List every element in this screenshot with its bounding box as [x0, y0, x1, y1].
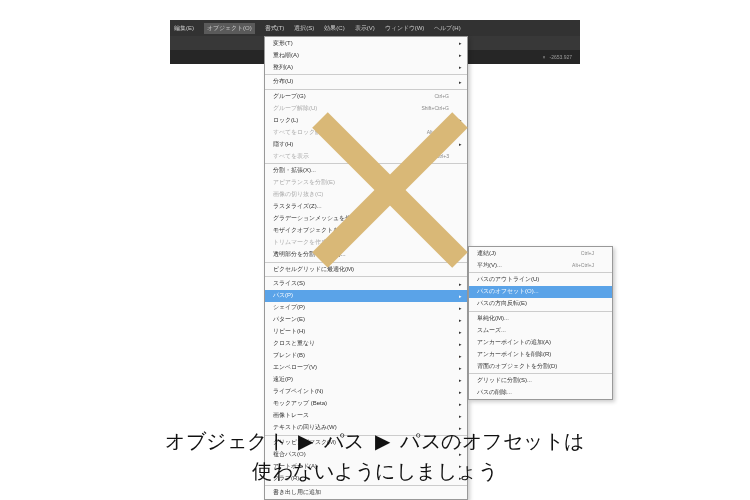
menu-item[interactable]: パスの方向反転(E) — [469, 298, 612, 310]
menu-item[interactable]: スライス(S) — [265, 276, 467, 290]
menubar-item[interactable]: 選択(S) — [294, 24, 314, 33]
menu-item[interactable]: シェイプ(P) — [265, 302, 467, 314]
menu-item-label: 変形(T) — [273, 39, 293, 48]
toolbar-info: -2653.927 — [549, 54, 572, 60]
menu-item-label: 連結(J) — [477, 249, 496, 258]
menu-item-label: パターン(E) — [273, 315, 305, 324]
menu-item-label: エンベロープ(V) — [273, 363, 317, 372]
caption-part: パス — [324, 430, 365, 452]
menu-item-label: ラスタライズ(Z)... — [273, 202, 322, 211]
menu-item-label: 分割・拡張(X)... — [273, 166, 316, 175]
menubar-item[interactable]: 書式(T) — [265, 24, 285, 33]
menu-item[interactable]: 連結(J)Ctrl+J — [469, 247, 612, 259]
menu-item[interactable]: リピート(H) — [265, 326, 467, 338]
menu-item-label: ブレンド(B) — [273, 351, 305, 360]
menu-item[interactable]: 変形(T) — [265, 37, 467, 49]
menu-item-shortcut: Ctrl+G — [434, 93, 449, 99]
menu-item-label: パスの削除... — [477, 388, 512, 397]
menubar-item[interactable]: オブジェクト(O) — [204, 23, 255, 34]
menu-item[interactable]: ロック(L) — [265, 114, 467, 126]
menu-item[interactable]: エンベロープ(V) — [265, 362, 467, 374]
menu-item[interactable]: パスのアウトライン(U) — [469, 272, 612, 286]
menu-item[interactable]: モザイクオブジェクトを作成... — [265, 225, 467, 237]
menu-item[interactable]: パスのオフセット(O)... — [469, 286, 612, 298]
menubar-item[interactable]: 編集(E) — [174, 24, 194, 33]
caption-arrow-icon: ▶ — [375, 426, 391, 456]
menu-item[interactable]: 書き出し用に追加 — [265, 485, 467, 499]
menu-item[interactable]: 分布(U) — [265, 74, 467, 88]
menu-item-label: モックアップ (Beta) — [273, 399, 327, 408]
caption-arrow-icon: ▶ — [298, 426, 314, 456]
menu-item[interactable]: ラスタライズ(Z)... — [265, 201, 467, 213]
menu-item[interactable]: 分割・拡張(X)... — [265, 163, 467, 177]
menu-item[interactable]: 整列(A) — [265, 61, 467, 73]
menu-item[interactable]: パターン(E) — [265, 314, 467, 326]
menu-item[interactable]: グラデーションメッシュを作成... — [265, 213, 467, 225]
menu-item-label: 平均(V)... — [477, 261, 502, 270]
menu-item[interactable]: 透明部分を分割・統合(F)... — [265, 249, 467, 261]
menu-item[interactable]: 画像トレース — [265, 410, 467, 422]
caption-line2: 使わないようにしましょう — [0, 456, 750, 486]
menu-item[interactable]: ブレンド(B) — [265, 350, 467, 362]
menu-item[interactable]: パス(P) — [265, 290, 467, 302]
menu-item[interactable]: 平均(V)...Alt+Ctrl+J — [469, 259, 612, 271]
menu-item-label: 書き出し用に追加 — [273, 488, 321, 497]
menu-item-label: 遠近(P) — [273, 375, 293, 384]
menu-item-label: アンカーポイントを削除(R) — [477, 350, 551, 359]
caption-part: パスのオフセットは — [400, 430, 585, 452]
menu-item[interactable]: モックアップ (Beta) — [265, 398, 467, 410]
menu-item-label: 画像トレース — [273, 411, 309, 420]
menu-item-label: 単純化(M)... — [477, 314, 509, 323]
menu-item-label: 分布(U) — [273, 77, 293, 86]
menu-item[interactable]: クロスと重なり — [265, 338, 467, 350]
toolbar-info: × — [543, 54, 546, 60]
menu-item[interactable]: グリッドに分割(S)... — [469, 373, 612, 387]
menu-item-label: リピート(H) — [273, 327, 305, 336]
menu-item-label: スライス(S) — [273, 279, 305, 288]
menu-item[interactable]: アンカーポイントを削除(R) — [469, 348, 612, 360]
menu-item-label: ライブペイント(N) — [273, 387, 323, 396]
menu-item-label: 整列(A) — [273, 63, 293, 72]
menu-item-label: スムーズ... — [477, 326, 506, 335]
menubar-item[interactable]: 表示(V) — [355, 24, 375, 33]
menu-item[interactable]: スムーズ... — [469, 324, 612, 336]
menu-item[interactable]: ライブペイント(N) — [265, 386, 467, 398]
menu-item[interactable]: ピクセルグリッドに最適化(M) — [265, 262, 467, 276]
menu-item[interactable]: 背面のオブジェクトを分割(D) — [469, 360, 612, 372]
menu-item-shortcut: Shift+Ctrl+G — [421, 105, 449, 111]
menu-item-label: 重ね順(A) — [273, 51, 299, 60]
menu-item-shortcut: Alt+Ctrl+J — [572, 262, 594, 268]
menu-item-label: パス(P) — [273, 291, 293, 300]
menubar-item[interactable]: 効果(C) — [324, 24, 344, 33]
menu-item-label: アピアランスを分割(E) — [273, 178, 335, 187]
menu-item: アピアランスを分割(E) — [265, 177, 467, 189]
menu-item-label: ロック(L) — [273, 116, 298, 125]
menu-item[interactable]: グループ(G)Ctrl+G — [265, 89, 467, 103]
menu-item-label: グリッドに分割(S)... — [477, 376, 532, 385]
caption: オブジェクト ▶ パス ▶ パスのオフセットは 使わないようにしましょう — [0, 426, 750, 486]
menu-item-label: すべてを表示 — [273, 152, 309, 161]
menu-item-label: すべてをロック解除(K) — [273, 128, 335, 137]
menu-item-label: パスの方向反転(E) — [477, 299, 527, 308]
caption-part: オブジェクト — [165, 430, 288, 452]
menu-item-label: 画像の切り抜き(C) — [273, 190, 323, 199]
path-submenu: 連結(J)Ctrl+J平均(V)...Alt+Ctrl+Jパスのアウトライン(U… — [468, 246, 613, 400]
menu-item-label: モザイクオブジェクトを作成... — [273, 226, 356, 235]
menu-item[interactable]: 重ね順(A) — [265, 49, 467, 61]
menu-item: すべてをロック解除(K)Alt+Ctrl+2 — [265, 126, 467, 138]
menu-item[interactable]: 単純化(M)... — [469, 311, 612, 325]
menu-item[interactable]: アンカーポイントの追加(A) — [469, 336, 612, 348]
menu-item-label: ピクセルグリッドに最適化(M) — [273, 265, 354, 274]
menu-item[interactable]: 遠近(P) — [265, 374, 467, 386]
menu-item: グループ解除(U)Shift+Ctrl+G — [265, 102, 467, 114]
menu-item-label: 背面のオブジェクトを分割(D) — [477, 362, 557, 371]
menu-item: すべてを表示Alt+Ctrl+3 — [265, 150, 467, 162]
menubar: 編集(E)オブジェクト(O)書式(T)選択(S)効果(C)表示(V)ウィンドウ(… — [170, 20, 580, 36]
menubar-item[interactable]: ウィンドウ(W) — [385, 24, 425, 33]
menubar-item[interactable]: ヘルプ(H) — [434, 24, 460, 33]
menu-item[interactable]: 隠す(H) — [265, 138, 467, 150]
menu-item-shortcut: Alt+Ctrl+3 — [427, 153, 449, 159]
menu-item[interactable]: パスの削除... — [469, 387, 612, 399]
menu-item-label: グラデーションメッシュを作成... — [273, 214, 362, 223]
menu-item-label: アンカーポイントの追加(A) — [477, 338, 551, 347]
